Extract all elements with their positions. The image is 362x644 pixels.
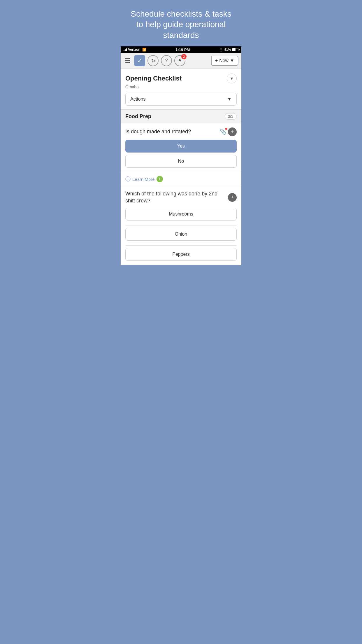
- checklist-title-row: Opening Checklist ▼: [125, 74, 237, 83]
- question-text-1: Is dough made and rotated?: [125, 128, 217, 135]
- app-wrapper: Schedule checklists & tasks to help guid…: [121, 0, 241, 265]
- flag-badge: 2: [181, 54, 187, 59]
- checklist-subtitle: Omaha: [125, 85, 237, 89]
- phone-content: Opening Checklist ▼ Omaha Actions ▼ Food…: [121, 69, 241, 265]
- battery-icon: [232, 48, 238, 51]
- carrier-label: Verizon: [128, 48, 140, 52]
- battery-percent: 51%: [224, 48, 231, 51]
- section-header-food-prep: Food Prep 0/3: [121, 109, 241, 123]
- add-button-1[interactable]: +: [228, 127, 237, 136]
- checklist-header: Opening Checklist ▼ Omaha Actions ▼: [121, 69, 241, 109]
- actions-dropdown[interactable]: Actions ▼: [125, 93, 237, 106]
- checklist-button[interactable]: ✓: [134, 55, 145, 66]
- question-row-2: Which of the following was done by 2nd s…: [125, 190, 237, 204]
- question-row-1: Is dough made and rotated? 📎 ✱ +: [125, 127, 237, 136]
- learn-more-count: 1: [157, 176, 163, 182]
- question-icons-2: +: [228, 193, 237, 202]
- menu-button[interactable]: ☰: [124, 56, 132, 65]
- answer-peppers-button[interactable]: Peppers: [125, 248, 237, 261]
- question-text-2: Which of the following was done by 2nd s…: [125, 190, 226, 204]
- status-bar-time: 1:19 PM: [175, 48, 190, 52]
- new-button-label: + New: [215, 58, 229, 63]
- flag-button[interactable]: ⚑ 2: [174, 55, 185, 66]
- refresh-button[interactable]: ↻: [147, 55, 159, 66]
- attachment-icon: 📎 ✱: [220, 129, 226, 135]
- wifi-icon: 📶: [142, 48, 146, 52]
- separator-2: [125, 245, 237, 246]
- info-icon: ⓘ: [125, 176, 131, 183]
- actions-label: Actions: [130, 97, 145, 102]
- add-button-2[interactable]: +: [228, 193, 237, 202]
- question-icons-1: 📎 ✱ +: [220, 127, 237, 136]
- signal-bar-2: [125, 49, 126, 51]
- checklist-dropdown-button[interactable]: ▼: [227, 74, 237, 83]
- actions-chevron-icon: ▼: [227, 97, 232, 102]
- checklist-title: Opening Checklist: [125, 75, 182, 82]
- hero-section: Schedule checklists & tasks to help guid…: [121, 0, 241, 46]
- question-card-2: Which of the following was done by 2nd s…: [121, 186, 241, 265]
- battery-fill: [232, 48, 236, 51]
- help-button[interactable]: ?: [161, 55, 172, 66]
- answer-mushrooms-button[interactable]: Mushrooms: [125, 208, 237, 220]
- answer-yes-button[interactable]: Yes: [125, 140, 237, 153]
- learn-more-link[interactable]: Learn More: [132, 177, 155, 182]
- section-title: Food Prep: [125, 113, 151, 120]
- separator-1: [125, 225, 237, 225]
- answer-onion-button[interactable]: Onion: [125, 228, 237, 241]
- learn-more-row: ⓘ Learn More 1: [121, 172, 241, 186]
- attachment-asterisk: ✱: [225, 127, 227, 131]
- signal-bars: [124, 48, 127, 51]
- status-bar-left: Verizon 📶: [124, 48, 146, 52]
- question-card-1: Is dough made and rotated? 📎 ✱ + Yes No: [121, 123, 241, 172]
- new-button[interactable]: + New ▼: [211, 56, 238, 66]
- new-button-chevron: ▼: [230, 58, 234, 63]
- hero-title: Schedule checklists & tasks to help guid…: [126, 9, 236, 41]
- status-bar-right: 📱 51%: [219, 48, 238, 52]
- signal-bar-3: [126, 48, 127, 51]
- section-count: 0/3: [225, 113, 237, 120]
- bluetooth-icon: 📱: [219, 48, 223, 52]
- signal-bar-1: [124, 50, 124, 51]
- answer-no-button[interactable]: No: [125, 155, 237, 168]
- status-bar: Verizon 📶 1:19 PM 📱 51%: [121, 46, 241, 53]
- app-toolbar: ☰ ✓ ↻ ? ⚑ 2 + New ▼: [121, 53, 241, 69]
